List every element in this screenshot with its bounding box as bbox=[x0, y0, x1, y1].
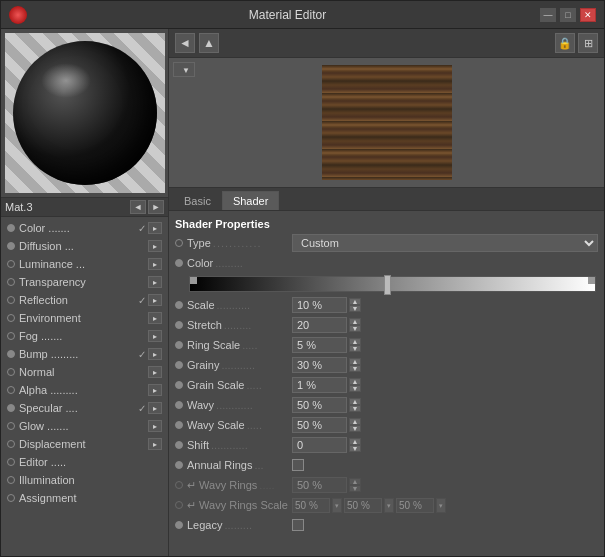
layer-item-illumination[interactable]: Illumination bbox=[1, 471, 168, 489]
next-material-button[interactable]: ► bbox=[148, 200, 164, 214]
layer-channel-btn[interactable]: ▸ bbox=[148, 366, 162, 378]
legacy-checkbox[interactable] bbox=[292, 519, 304, 531]
prop-value-wavy: ▲ ▼ bbox=[292, 397, 598, 413]
ring-scale-down[interactable]: ▼ bbox=[349, 345, 361, 352]
wavy-down[interactable]: ▼ bbox=[349, 405, 361, 412]
scale-up[interactable]: ▲ bbox=[349, 298, 361, 305]
layer-item-specular[interactable]: Specular .... ✓ ▸ bbox=[1, 399, 168, 417]
wavy-rings-spinner: ▲ ▼ bbox=[349, 478, 361, 492]
scale-input[interactable] bbox=[292, 297, 347, 313]
layer-dot bbox=[7, 350, 15, 358]
layer-channel-btn[interactable]: ▸ bbox=[148, 384, 162, 396]
layer-item-color[interactable]: Color ....... ✓ ▸ bbox=[1, 219, 168, 237]
prev-material-button[interactable]: ◄ bbox=[130, 200, 146, 214]
layer-item-assignment[interactable]: Assignment bbox=[1, 489, 168, 507]
layer-item-environment[interactable]: Environment ▸ bbox=[1, 309, 168, 327]
ring-scale-up[interactable]: ▲ bbox=[349, 338, 361, 345]
prop-label-grain-scale: Grain Scale ..... bbox=[187, 379, 292, 391]
wavy-rings-scale-input-3[interactable] bbox=[396, 498, 434, 513]
prop-dot bbox=[175, 461, 183, 469]
grainy-up[interactable]: ▲ bbox=[349, 358, 361, 365]
shift-down[interactable]: ▼ bbox=[349, 445, 361, 452]
spin-btn-1[interactable]: ▾ bbox=[332, 498, 342, 513]
layer-channel-btn[interactable]: ▸ bbox=[148, 240, 162, 252]
shift-up[interactable]: ▲ bbox=[349, 438, 361, 445]
material-preview bbox=[5, 33, 165, 193]
ring-scale-spinner: ▲ ▼ bbox=[349, 338, 361, 352]
up-arrow-button[interactable]: ▲ bbox=[199, 33, 219, 53]
grain-scale-input[interactable] bbox=[292, 377, 347, 393]
stretch-down[interactable]: ▼ bbox=[349, 325, 361, 332]
layer-item-bump[interactable]: Bump ......... ✓ ▸ bbox=[1, 345, 168, 363]
grain-scale-down[interactable]: ▼ bbox=[349, 385, 361, 392]
back-arrow-button[interactable]: ◄ bbox=[175, 33, 195, 53]
close-button[interactable]: ✕ bbox=[580, 8, 596, 22]
layer-item-displacement[interactable]: Displacement ▸ bbox=[1, 435, 168, 453]
wavy-scale-input[interactable] bbox=[292, 417, 347, 433]
layer-channel-btn[interactable]: ▸ bbox=[148, 276, 162, 288]
annual-rings-checkbox[interactable] bbox=[292, 459, 304, 471]
layer-channel-btn[interactable]: ▸ bbox=[148, 330, 162, 342]
layer-dot bbox=[7, 242, 15, 250]
prop-dot bbox=[175, 381, 183, 389]
lock-icon-button[interactable]: 🔒 bbox=[555, 33, 575, 53]
wavy-rings-input[interactable] bbox=[292, 477, 347, 493]
wavy-input[interactable] bbox=[292, 397, 347, 413]
stretch-up[interactable]: ▲ bbox=[349, 318, 361, 325]
prop-dot bbox=[175, 481, 183, 489]
spin-btn-2[interactable]: ▾ bbox=[384, 498, 394, 513]
grainy-down[interactable]: ▼ bbox=[349, 365, 361, 372]
preview-dropdown[interactable]: ▼ bbox=[173, 62, 195, 77]
layer-item-normal[interactable]: Normal ▸ bbox=[1, 363, 168, 381]
layer-channel-btn[interactable]: ▸ bbox=[148, 258, 162, 270]
layer-dot bbox=[7, 440, 15, 448]
layer-channel-btn[interactable]: ▸ bbox=[148, 348, 162, 360]
shift-input[interactable] bbox=[292, 437, 347, 453]
wavy-rings-scale-input-1[interactable] bbox=[292, 498, 330, 513]
ring-scale-input[interactable] bbox=[292, 337, 347, 353]
wavy-rings-up[interactable]: ▲ bbox=[349, 478, 361, 485]
prop-value-type: Custom bbox=[292, 234, 598, 252]
tab-basic[interactable]: Basic bbox=[173, 191, 222, 210]
layer-channel-btn[interactable]: ▸ bbox=[148, 222, 162, 234]
wavy-up[interactable]: ▲ bbox=[349, 398, 361, 405]
wavy-spinner: ▲ ▼ bbox=[349, 398, 361, 412]
prop-value-legacy bbox=[292, 519, 598, 531]
grainy-input[interactable] bbox=[292, 357, 347, 373]
prop-dot bbox=[175, 361, 183, 369]
layer-channel-btn[interactable]: ▸ bbox=[148, 420, 162, 432]
wavy-scale-up[interactable]: ▲ bbox=[349, 418, 361, 425]
restore-button[interactable]: □ bbox=[560, 8, 576, 22]
shader-preview-panel: ▼ bbox=[169, 58, 604, 188]
minimize-button[interactable]: — bbox=[540, 8, 556, 22]
layer-dot bbox=[7, 296, 15, 304]
wavy-rings-scale-input-2[interactable] bbox=[344, 498, 382, 513]
scale-down[interactable]: ▼ bbox=[349, 305, 361, 312]
spin-btn-3[interactable]: ▾ bbox=[436, 498, 446, 513]
layer-item-transparency[interactable]: Transparency ▸ bbox=[1, 273, 168, 291]
layer-item-editor[interactable]: Editor ..... bbox=[1, 453, 168, 471]
grain-scale-up[interactable]: ▲ bbox=[349, 378, 361, 385]
layer-item-alpha[interactable]: Alpha ......... ▸ bbox=[1, 381, 168, 399]
layer-item-fog[interactable]: Fog ....... ▸ bbox=[1, 327, 168, 345]
stretch-input[interactable] bbox=[292, 317, 347, 333]
layer-channel-btn[interactable]: ▸ bbox=[148, 438, 162, 450]
layer-item-luminance[interactable]: Luminance ... ▸ bbox=[1, 255, 168, 273]
prop-row-wavy-rings: ↵ Wavy Rings ..... ▲ ▼ bbox=[173, 475, 600, 495]
more-options-button[interactable]: ⊞ bbox=[578, 33, 598, 53]
tab-shader[interactable]: Shader bbox=[222, 191, 279, 210]
color-gradient-bar[interactable] bbox=[189, 276, 596, 292]
wavy-rings-down[interactable]: ▼ bbox=[349, 485, 361, 492]
layer-channel-btn[interactable]: ▸ bbox=[148, 402, 162, 414]
type-select[interactable]: Custom bbox=[292, 234, 598, 252]
layer-dot bbox=[7, 476, 15, 484]
prop-label-grainy: Grainy ........... bbox=[187, 359, 292, 371]
layer-channel-btn[interactable]: ▸ bbox=[148, 312, 162, 324]
layer-item-diffusion[interactable]: Diffusion ... ▸ bbox=[1, 237, 168, 255]
wavy-scale-down[interactable]: ▼ bbox=[349, 425, 361, 432]
layer-item-glow[interactable]: Glow ....... ▸ bbox=[1, 417, 168, 435]
layer-item-reflection[interactable]: Reflection ✓ ▸ bbox=[1, 291, 168, 309]
prop-row-wavy-rings-scale: ↵ Wavy Rings Scale ▾ ▾ ▾ bbox=[173, 495, 600, 515]
layer-channel-btn[interactable]: ▸ bbox=[148, 294, 162, 306]
gradient-handle[interactable] bbox=[384, 275, 391, 295]
